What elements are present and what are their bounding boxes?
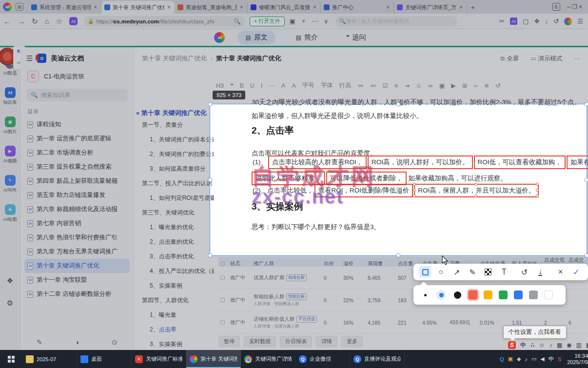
tab-close-icon[interactable]: × xyxy=(312,4,317,11)
medeyun-apps-icon[interactable]: AI xyxy=(510,18,517,25)
editor-tool[interactable]: ∞ xyxy=(429,82,433,89)
rail-item-AI绘图[interactable]: ❖AI绘图 xyxy=(0,204,20,223)
extensions-icon[interactable]: ❖ xyxy=(534,18,540,25)
selection-handle[interactable] xyxy=(585,178,588,182)
editor-tool[interactable]: I xyxy=(261,82,262,89)
text-tool[interactable]: T xyxy=(498,266,510,278)
ime-user-icon[interactable]: ◉ xyxy=(567,342,571,349)
color-swatch[interactable] xyxy=(544,291,553,299)
puzzle-icon[interactable]: ❖ xyxy=(7,276,13,285)
menu-icon[interactable]: ☰ xyxy=(577,18,583,25)
tab-close-icon[interactable]: × xyxy=(93,4,98,11)
doc-more-button[interactable]: ··· xyxy=(574,55,581,62)
outline-item[interactable]: 第一节、质量分 xyxy=(136,117,214,132)
new-tab-button[interactable]: + xyxy=(467,1,479,13)
editor-tool[interactable]: H3 xyxy=(216,82,224,89)
editor-tool[interactable]: ≡ xyxy=(394,82,398,89)
editor-tool[interactable]: 字体 xyxy=(321,81,333,90)
editor-tool[interactable]: ▣ xyxy=(439,82,445,89)
address-bar[interactable]: 🔒 https://os.medeyun.com/file/zhishiku/c… xyxy=(84,16,245,27)
history-icon[interactable]: ↺ xyxy=(553,18,559,25)
tab-close-icon[interactable]: × xyxy=(166,4,172,11)
sidebar-item[interactable]: W第二章 市场调查分析 xyxy=(24,146,130,160)
editor-tool[interactable]: ❝ xyxy=(230,82,234,89)
fullscreen-button[interactable]: ⧉全屏 xyxy=(501,55,519,63)
selection-handle[interactable] xyxy=(396,102,400,106)
editor-tool[interactable]: ↺ xyxy=(495,82,500,89)
outline-item[interactable]: 1、如何判定ROI是亏是赚 xyxy=(136,191,214,205)
row-checkbox[interactable] xyxy=(220,320,225,325)
editor-tool[interactable]: ▶ xyxy=(451,82,456,89)
rect-tool[interactable] xyxy=(419,266,431,278)
quick-search-input[interactable]: 🔍 搜索 | 输入关键词快速查找 xyxy=(335,16,457,27)
editor-tool[interactable]: ☺ xyxy=(416,82,422,89)
download-tool[interactable]: ↓ xyxy=(534,266,546,278)
editor-tool[interactable]: ‹› xyxy=(473,82,477,89)
theme-icon[interactable]: ◑ xyxy=(75,338,79,346)
more-options-icon[interactable]: ⋯ xyxy=(312,18,318,25)
tab-close-icon[interactable]: × xyxy=(458,4,464,11)
confirm-tool[interactable]: ✓ xyxy=(570,266,582,278)
bookmark-star-icon[interactable]: ☆ xyxy=(56,17,62,26)
color-swatch[interactable] xyxy=(499,291,508,299)
editor-tool[interactable]: B xyxy=(240,82,244,89)
table-action-button[interactable]: 分日报表 xyxy=(280,336,312,347)
scissors-icon[interactable]: ✂ xyxy=(499,18,505,25)
sidebar-item[interactable]: W第五章 助力店铺流量爆发 xyxy=(24,188,130,202)
outline-item[interactable]: 1、曝光量 xyxy=(136,308,214,322)
reader-mode-icon[interactable]: ▢ xyxy=(523,18,529,25)
brush-size-option[interactable] xyxy=(436,290,446,300)
ime-skin-icon[interactable]: ▥ xyxy=(576,342,581,349)
outline-item[interactable]: 3、点击率的优化 xyxy=(136,249,214,264)
outline-item[interactable]: 5、实操案例 xyxy=(136,278,214,293)
color-swatch[interactable] xyxy=(468,290,477,299)
tab-close-icon[interactable]: × xyxy=(385,4,391,11)
outline-item[interactable]: 第三节、关键词优化 xyxy=(136,205,214,220)
browser-tab[interactable]: 关键词推广详情页_万相× xyxy=(394,1,467,14)
editor-tool[interactable]: U xyxy=(250,82,255,89)
breadcrumb-parent[interactable]: 第十章 关键词推广优化 xyxy=(142,54,207,63)
editor-tool[interactable]: ☑ xyxy=(383,82,388,89)
taskbar-item[interactable]: ✕关键词推广标准计... xyxy=(132,350,186,368)
back-icon[interactable]: ← xyxy=(3,17,11,25)
outline-item[interactable]: 4、投入产出比的优化（观察7天/15 xyxy=(136,264,214,278)
sogou-tray-icon[interactable]: S xyxy=(558,356,561,362)
dropdown-chevron-icon[interactable]: ∨ xyxy=(324,18,329,25)
outline-item[interactable]: 1、关键词推广的排名公式 xyxy=(136,132,214,147)
edit-icon[interactable]: ✎ xyxy=(37,338,42,346)
flash-icon[interactable]: ⚡ xyxy=(301,18,306,25)
taskbar-clock[interactable]: 16:34 2025/7/9 xyxy=(567,353,588,366)
window-minimize-button[interactable]: – xyxy=(567,3,570,10)
ime-emoji-icon[interactable]: ☺ xyxy=(539,342,545,349)
arrow-tool[interactable]: ↗ xyxy=(451,266,463,278)
taskbar-item[interactable]: 2025-07 xyxy=(22,350,77,368)
settings-icon[interactable]: ⚙ xyxy=(7,299,13,308)
open-file-button[interactable]: + 打开文件 xyxy=(250,17,284,26)
lang-tray-indicator[interactable]: 中 xyxy=(549,355,554,363)
sidebar-item[interactable]: W第十二章 店铺诊断数据分析 xyxy=(24,287,130,301)
browser-tab[interactable]: 美迪创客_美迪电商_美× xyxy=(175,1,248,14)
sidebar-item[interactable]: W第九章 万相台无界关键词推广 xyxy=(24,245,130,259)
sogou-logo[interactable]: S xyxy=(508,341,516,349)
table-action-button[interactable]: 实时数据 xyxy=(244,336,276,347)
home-icon[interactable]: ⌂ xyxy=(45,17,49,25)
sidebar-item[interactable]: W第四章 新品上架获取流量秘籍 xyxy=(24,174,130,188)
sidebar-item[interactable]: W第八章 热浪引擎和付费推广引 xyxy=(24,231,130,245)
sidebar-item[interactable]: W第十章 关键词推广优化 xyxy=(24,259,130,273)
tab-group-icon[interactable]: ▦ xyxy=(16,3,23,11)
sidebar-item[interactable]: W第十一章 淘宝联盟 xyxy=(24,273,130,287)
outline-item[interactable]: 1、曝光量的优化 xyxy=(136,220,214,234)
undo-tool[interactable]: ↺ xyxy=(519,266,530,278)
pen-tool[interactable]: ✎ xyxy=(467,266,478,278)
row-checkbox[interactable] xyxy=(220,298,225,302)
outline-item[interactable]: 3、如何提高质量得分 xyxy=(136,161,214,176)
power-icon[interactable]: ⊙ xyxy=(112,338,118,346)
rail-item-AI写作[interactable]: ✎AI写作 xyxy=(0,175,20,194)
ime-cursor-dots-icon[interactable]: ∴ xyxy=(530,342,534,349)
ime-grid-icon[interactable]: ▩ xyxy=(586,342,588,349)
sidebar-item[interactable]: W课程须知 xyxy=(24,117,130,132)
table-action-button[interactable]: 更多 xyxy=(341,336,363,347)
editor-tool[interactable]: ≕ xyxy=(370,82,376,89)
rail-item-AI图片[interactable]: ▣AI图片 xyxy=(0,116,20,135)
outline-item[interactable]: 3、实操案例 xyxy=(136,337,214,351)
